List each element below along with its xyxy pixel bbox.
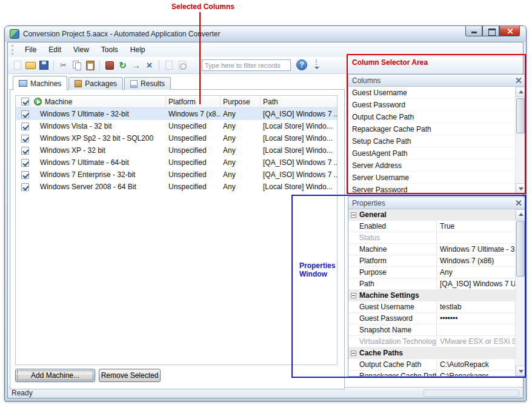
- property-value: True: [437, 221, 515, 232]
- property-category-row[interactable]: Cache Paths: [348, 348, 515, 359]
- package-icon[interactable]: [104, 59, 115, 71]
- property-row[interactable]: Repackager Cache PathC:\Repackager: [348, 371, 515, 376]
- platform-column-header[interactable]: Platform: [166, 96, 221, 107]
- path-cell: [QA_ISO] Windows 7 ...: [261, 156, 337, 169]
- row-checkbox[interactable]: [21, 183, 29, 191]
- table-row[interactable]: Windows XP - 32 bitUnspecifiedAny[Local …: [16, 144, 337, 156]
- property-row[interactable]: Guest Password•••••••: [348, 313, 515, 324]
- maximize-button[interactable]: [482, 26, 499, 36]
- cut-icon[interactable]: [58, 59, 69, 71]
- property-row[interactable]: Status: [348, 232, 515, 244]
- collapse-icon[interactable]: [351, 351, 356, 356]
- columns-scrollbar[interactable]: [515, 87, 525, 193]
- purpose-cell: Any: [221, 181, 261, 193]
- column-item[interactable]: Guest Username: [348, 87, 515, 99]
- filter-input[interactable]: [202, 59, 291, 71]
- tab-machines[interactable]: Machines: [13, 76, 67, 90]
- table-row[interactable]: Windows Vista - 32 bitUnspecifiedAny[Loc…: [16, 120, 337, 132]
- properties-panel-close-icon[interactable]: [515, 200, 522, 206]
- column-item[interactable]: Guest Password: [348, 99, 515, 111]
- delete-icon[interactable]: [144, 59, 155, 71]
- property-row[interactable]: Virtualization TechnologVMware ESX or ES…: [348, 336, 515, 348]
- property-category-row[interactable]: General: [348, 209, 515, 221]
- package-icon: [75, 80, 82, 87]
- add-machine-button[interactable]: Add Machine...: [15, 369, 95, 382]
- purpose-column-header[interactable]: Purpose: [221, 96, 261, 107]
- row-checkbox[interactable]: [21, 135, 29, 143]
- collapse-icon[interactable]: [351, 293, 356, 298]
- table-row[interactable]: Windows Server 2008 - 64 BitUnspecifiedA…: [16, 181, 337, 193]
- checkbox-cell: [16, 144, 30, 156]
- menu-edit[interactable]: Edit: [43, 44, 67, 56]
- property-category-row[interactable]: Machine Settings: [348, 290, 515, 301]
- property-label: Machine: [348, 244, 437, 255]
- column-item[interactable]: Server Password: [348, 184, 515, 193]
- copy-icon[interactable]: [71, 59, 82, 71]
- minimize-button[interactable]: [465, 26, 482, 36]
- property-label: Purpose: [348, 267, 437, 278]
- refresh-icon[interactable]: [117, 59, 128, 71]
- columns-panel: Columns Guest UsernameGuest PasswordOutp…: [348, 74, 526, 194]
- close-button[interactable]: [499, 26, 520, 36]
- paste-icon[interactable]: [84, 59, 96, 71]
- column-item[interactable]: GuestAgent Path: [348, 147, 515, 160]
- table-row[interactable]: Windows 7 Ultimate - 64-bitUnspecifiedAn…: [16, 156, 337, 169]
- scroll-up-button[interactable]: [516, 87, 525, 97]
- property-value: [437, 324, 515, 335]
- row-checkbox[interactable]: [21, 159, 29, 167]
- property-row[interactable]: Path[QA_ISO] Windows 7 Ul: [348, 278, 515, 290]
- table-row[interactable]: Windows 7 Ultimate - 32-bitWindows 7 (x8…: [16, 108, 337, 120]
- path-column-header[interactable]: Path: [261, 96, 337, 107]
- menu-file[interactable]: File: [19, 44, 42, 56]
- property-row[interactable]: EnabledTrue: [348, 221, 515, 232]
- menu-bar: FileEditViewToolsHelp: [8, 42, 523, 57]
- table-row[interactable]: Windows 7 Enterprise - 32-bitUnspecified…: [16, 169, 337, 181]
- property-row[interactable]: Guest Usernametestlab: [348, 301, 515, 313]
- remove-selected-button[interactable]: Remove Selected: [99, 369, 161, 382]
- property-row[interactable]: Output Cache PathC:\AutoRepack: [348, 359, 515, 371]
- property-label: Snapshot Name: [348, 324, 437, 335]
- scroll-thumb[interactable]: [516, 98, 525, 133]
- row-checkbox[interactable]: [21, 110, 29, 118]
- property-row[interactable]: Snapshot Name: [348, 324, 515, 336]
- scroll-down-button[interactable]: [516, 183, 525, 193]
- row-checkbox[interactable]: [21, 123, 29, 130]
- toolbar-overflow-icon[interactable]: [313, 59, 321, 72]
- column-item[interactable]: Server Address: [348, 160, 515, 172]
- column-item[interactable]: Setup Cache Path: [348, 135, 515, 147]
- property-row[interactable]: PurposeAny: [348, 267, 515, 278]
- save-project-icon[interactable]: [38, 59, 50, 71]
- table-row[interactable]: Windows XP Sp2 - 32 bit - SQL200Unspecif…: [16, 132, 337, 144]
- menu-view[interactable]: View: [68, 44, 95, 56]
- property-row[interactable]: MachineWindows 7 Ultimate - 3: [348, 244, 515, 255]
- row-checkbox[interactable]: [21, 171, 29, 179]
- checkbox-cell: [16, 181, 30, 193]
- columns-panel-close-icon[interactable]: [515, 77, 522, 84]
- tab-strip: MachinesPackagesResults: [10, 75, 171, 90]
- menu-tools[interactable]: Tools: [96, 44, 124, 56]
- menu-help[interactable]: Help: [125, 44, 151, 56]
- column-item[interactable]: Repackager Cache Path: [348, 123, 515, 135]
- path-cell: [Local Store] Windo...: [261, 144, 337, 156]
- row-checkbox[interactable]: [21, 147, 29, 155]
- open-project-icon[interactable]: [25, 59, 36, 71]
- select-all-checkbox[interactable]: [21, 98, 29, 106]
- scroll-up-button[interactable]: [516, 209, 525, 220]
- run-all-icon: [34, 98, 42, 106]
- scroll-thumb[interactable]: [516, 221, 525, 277]
- path-cell: [QA_ISO] Windows 7 ...: [261, 108, 337, 120]
- scroll-down-button[interactable]: [516, 366, 525, 376]
- title-bar[interactable]: Conversion Project 5.aacx - Automated Ap…: [5, 26, 526, 42]
- window-title: Conversion Project 5.aacx - Automated Ap…: [23, 30, 221, 38]
- tab-packages[interactable]: Packages: [68, 77, 123, 90]
- machine-column-header[interactable]: Machine: [30, 96, 166, 107]
- run-conversion-icon[interactable]: [130, 59, 142, 71]
- column-item[interactable]: Server Username: [348, 172, 515, 184]
- category-name: General: [359, 209, 387, 220]
- column-item[interactable]: Output Cache Path: [348, 111, 515, 123]
- property-row[interactable]: PlatformWindows 7 (x86): [348, 255, 515, 267]
- collapse-icon[interactable]: [351, 212, 356, 218]
- tab-results[interactable]: Results: [124, 77, 171, 90]
- properties-scrollbar[interactable]: [515, 209, 525, 376]
- help-icon[interactable]: ?: [296, 59, 307, 70]
